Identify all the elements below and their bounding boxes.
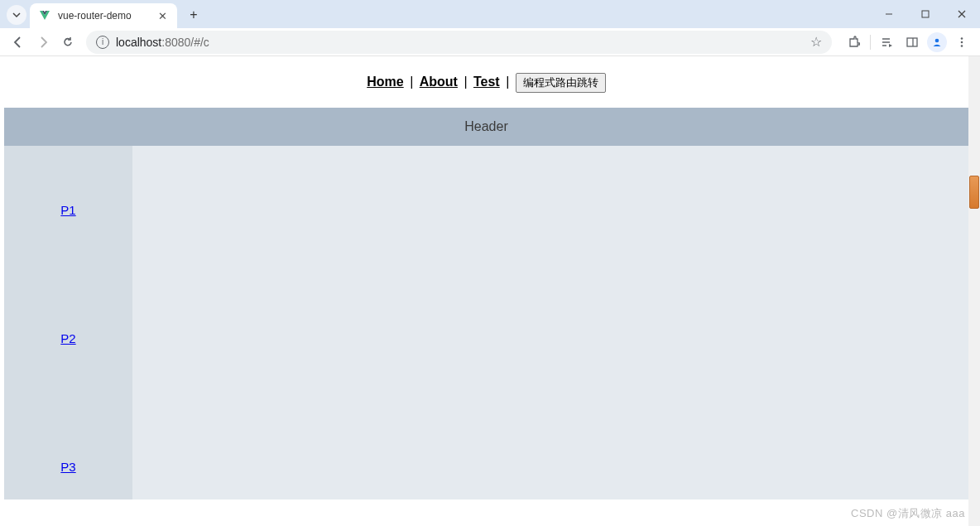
- extensions-button[interactable]: [842, 31, 865, 54]
- toolbar-separator: [870, 35, 871, 50]
- viewport: Home | About | Test | 编程式路由跳转 Header P1 …: [0, 56, 980, 526]
- toolbar-right: [842, 31, 973, 54]
- sidebar-item: P1: [4, 146, 132, 274]
- panel-icon: [906, 36, 919, 49]
- sidebar-link-p3[interactable]: P3: [60, 460, 75, 474]
- nav-link-test[interactable]: Test: [473, 75, 500, 89]
- menu-button[interactable]: [950, 31, 973, 54]
- svg-point-9: [935, 38, 939, 42]
- svg-rect-7: [907, 38, 917, 46]
- nav-link-about[interactable]: About: [420, 75, 458, 89]
- url-text: localhost:8080/#/c: [116, 36, 804, 49]
- address-bar[interactable]: i localhost:8080/#/c ☆: [86, 31, 832, 54]
- header-bar: Header: [4, 108, 968, 146]
- svg-point-11: [961, 41, 963, 43]
- sidebar-link-p2[interactable]: P2: [60, 331, 75, 345]
- site-info-icon[interactable]: i: [96, 36, 109, 49]
- media-control-button[interactable]: [876, 31, 899, 54]
- chrome-window: vue-router-demo ✕ + i localhost:8080/#/c…: [0, 0, 980, 526]
- reload-icon: [61, 36, 74, 49]
- svg-point-10: [961, 37, 963, 40]
- profile-button[interactable]: [925, 31, 949, 54]
- tab-close-button[interactable]: ✕: [156, 10, 169, 22]
- tab-title: vue-router-demo: [58, 10, 149, 22]
- sidebar-item: P2: [4, 274, 132, 403]
- reload-button[interactable]: [56, 31, 79, 54]
- sidebar-link-p1[interactable]: P1: [60, 203, 75, 217]
- scrollbar-thumb[interactable]: [969, 176, 979, 209]
- forward-button[interactable]: [31, 31, 55, 54]
- arrow-right-icon: [36, 36, 50, 49]
- puzzle-icon: [847, 36, 860, 49]
- url-path: :8080/#/c: [161, 36, 209, 49]
- window-controls: [871, 0, 980, 28]
- main-area: [132, 146, 968, 499]
- sidebar: P1 P2 P3: [4, 146, 132, 499]
- nav-separator: |: [502, 75, 513, 89]
- kebab-icon: [956, 36, 968, 48]
- svg-rect-1: [922, 11, 929, 17]
- content-row: P1 P2 P3: [4, 146, 968, 499]
- vertical-scrollbar[interactable]: [968, 56, 980, 526]
- page-content: Home | About | Test | 编程式路由跳转 Header P1 …: [4, 56, 968, 526]
- minimize-button[interactable]: [871, 0, 907, 28]
- url-host: localhost: [116, 36, 161, 49]
- nav-link-home[interactable]: Home: [367, 75, 403, 89]
- playlist-icon: [881, 36, 894, 49]
- browser-tab[interactable]: vue-router-demo ✕: [30, 3, 177, 28]
- toolbar: i localhost:8080/#/c ☆: [0, 28, 980, 56]
- sidebar-item: P3: [4, 403, 132, 526]
- chevron-down-icon: [12, 11, 21, 19]
- top-nav: Home | About | Test | 编程式路由跳转: [4, 56, 968, 108]
- side-panel-button[interactable]: [901, 31, 924, 54]
- programmatic-route-button[interactable]: 编程式路由跳转: [516, 73, 606, 93]
- new-tab-button[interactable]: +: [182, 3, 205, 27]
- svg-point-12: [961, 45, 963, 47]
- titlebar: vue-router-demo ✕ +: [0, 0, 980, 28]
- tab-search-dropdown[interactable]: [7, 5, 26, 25]
- bookmark-star-button[interactable]: ☆: [810, 34, 822, 50]
- watermark: CSDN @清风微凉 aaa: [851, 506, 965, 521]
- vue-favicon: [38, 9, 51, 22]
- scrollbar-track[interactable]: [969, 68, 979, 514]
- close-window-button[interactable]: [944, 0, 980, 28]
- person-icon: [927, 32, 947, 52]
- maximize-button[interactable]: [907, 0, 944, 28]
- back-button[interactable]: [7, 31, 30, 54]
- arrow-left-icon: [12, 36, 25, 49]
- nav-separator: |: [406, 75, 417, 89]
- nav-separator: |: [460, 75, 471, 89]
- header-text: Header: [464, 119, 507, 134]
